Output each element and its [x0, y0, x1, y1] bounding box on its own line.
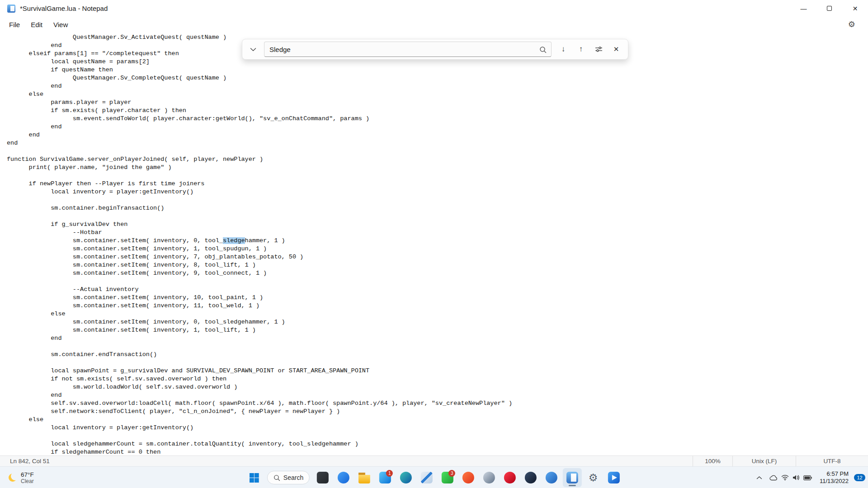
start-button[interactable] — [245, 468, 264, 487]
maximize-icon — [827, 6, 832, 11]
settings-gear-icon[interactable]: ⚙ — [845, 19, 858, 30]
editor-area: QuestManager.Sv_ActivateQuest( questName… — [0, 32, 868, 455]
active-app-indicator — [569, 485, 576, 486]
taskbar-app-settings[interactable]: ⚙ — [584, 468, 603, 487]
close-icon: ✕ — [853, 5, 858, 12]
search-label: Search — [283, 474, 303, 481]
media-app-icon — [546, 472, 557, 483]
windows-logo-icon — [249, 473, 259, 483]
settings-icon: ⚙ — [587, 472, 599, 483]
taskbar-app-movies-tv[interactable] — [604, 468, 623, 487]
menu-item-view[interactable]: View — [48, 19, 73, 31]
tray-overflow-button[interactable] — [754, 470, 765, 485]
find-expand-button[interactable] — [246, 42, 260, 56]
taskbar-apps: 13⚙ — [313, 468, 623, 487]
terminal-icon — [317, 472, 329, 483]
taskbar-app-whatsapp[interactable]: 3 — [438, 468, 457, 487]
taskbar-app-store[interactable]: 1 — [376, 468, 395, 487]
find-previous-button[interactable]: ↑ — [573, 42, 589, 57]
find-options-button[interactable] — [591, 42, 606, 57]
taskbar-app-browser[interactable] — [480, 468, 499, 487]
search-icon — [539, 46, 547, 53]
volume-icon — [793, 474, 800, 481]
find-input-wrap — [264, 42, 552, 57]
taskbar-search[interactable]: Search — [267, 471, 310, 484]
notepad-app-icon — [7, 5, 15, 13]
taskbar-app-edge[interactable] — [396, 468, 415, 487]
taskbar-app-file-explorer[interactable] — [355, 468, 374, 487]
notification-count-badge[interactable]: 12 — [854, 474, 865, 481]
file-explorer-icon — [359, 472, 370, 483]
battery-icon — [803, 475, 812, 480]
zoom-level: 100% — [693, 456, 732, 466]
system-tray: 6:57 PM 11/13/2022 12 — [754, 469, 865, 487]
moon-icon — [9, 474, 17, 482]
taskbar-app-notepad[interactable] — [563, 468, 582, 487]
title-bar: *SurvivalGame.lua - Notepad — ✕ — [0, 0, 868, 17]
taskbar-app-terminal[interactable] — [313, 468, 332, 487]
tray-clock[interactable]: 6:57 PM 11/13/2022 — [816, 470, 852, 485]
encoding: UTF-8 — [796, 456, 868, 466]
cursor-position: Ln 842, Col 51 — [0, 456, 50, 466]
line-ending: Unix (LF) — [732, 456, 796, 466]
notepad-window: *SurvivalGame.lua - Notepad — ✕ File Edi… — [0, 0, 868, 466]
taskbar-app-brave[interactable] — [459, 468, 478, 487]
taskbar-app-dev-app[interactable] — [417, 468, 436, 487]
close-icon: ✕ — [613, 45, 619, 53]
menu-item-file[interactable]: File — [4, 19, 25, 31]
chevron-up-icon — [756, 476, 762, 480]
tray-status-icons[interactable] — [766, 470, 815, 485]
opera-icon — [504, 472, 516, 483]
tray-time: 6:57 PM — [820, 470, 849, 478]
filter-sliders-icon — [595, 46, 603, 52]
cloud-icon — [769, 475, 778, 481]
menu-bar: File Edit View ⚙ — [0, 17, 868, 32]
taskbar-center: Search 13⚙ — [245, 468, 623, 487]
find-input[interactable] — [264, 42, 551, 56]
status-right: 100% Unix (LF) UTF-8 — [693, 456, 868, 466]
window-controls: — ✕ — [791, 0, 868, 17]
weather-widget[interactable]: 67°F Clear — [5, 469, 38, 487]
close-button[interactable]: ✕ — [842, 0, 868, 17]
maximize-button[interactable] — [816, 0, 842, 17]
browser-icon — [483, 472, 495, 483]
wifi-icon — [781, 474, 789, 481]
status-bar: Ln 842, Col 51 100% Unix (LF) UTF-8 — [0, 455, 868, 466]
steam-icon — [525, 472, 537, 483]
menu-item-edit[interactable]: Edit — [25, 19, 48, 31]
app-notification-badge: 1 — [386, 470, 393, 477]
weather-condition: Clear — [21, 478, 34, 484]
screen: *SurvivalGame.lua - Notepad — ✕ File Edi… — [0, 0, 868, 488]
find-close-button[interactable]: ✕ — [609, 42, 624, 57]
taskbar-app-media-app[interactable] — [542, 468, 561, 487]
weather-text: 67°F Clear — [21, 471, 34, 484]
brave-icon — [462, 472, 474, 483]
taskbar-app-opera[interactable] — [500, 468, 519, 487]
notepad-icon — [566, 472, 578, 483]
find-bar: ↓ ↑ ✕ — [242, 39, 628, 60]
taskbar-app-steam[interactable] — [521, 468, 540, 487]
minimize-icon: — — [801, 5, 807, 12]
code-content[interactable]: QuestManager.Sv_ActivateQuest( questName… — [0, 32, 868, 455]
window-title: *SurvivalGame.lua - Notepad — [20, 5, 108, 12]
taskbar: 67°F Clear Search 13⚙ — [0, 466, 868, 488]
taskbar-app-messenger[interactable] — [334, 468, 353, 487]
up-arrow-icon: ↑ — [579, 45, 583, 54]
movies-tv-icon — [608, 472, 620, 483]
weather-temp: 67°F — [21, 471, 34, 478]
search-icon — [274, 474, 280, 481]
find-next-button[interactable]: ↓ — [556, 42, 571, 57]
minimize-button[interactable]: — — [791, 0, 816, 17]
tray-date: 11/13/2022 — [820, 478, 849, 485]
search-match-highlight: sledge — [223, 237, 245, 244]
app-notification-badge: 3 — [448, 470, 455, 477]
chevron-down-icon — [250, 47, 256, 52]
messenger-icon — [338, 472, 349, 483]
dev-app-icon — [421, 472, 433, 483]
edge-icon — [400, 472, 412, 483]
down-arrow-icon: ↓ — [561, 45, 566, 54]
